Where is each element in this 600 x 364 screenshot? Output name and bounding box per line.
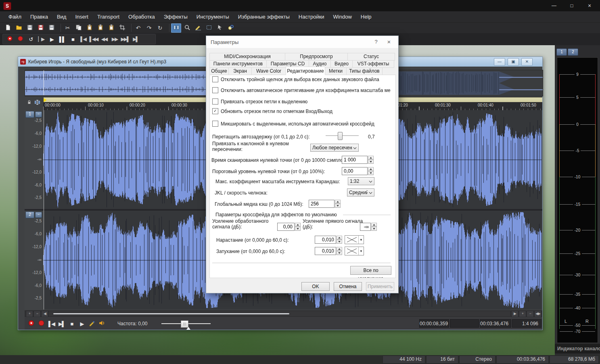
checkbox[interactable] — [212, 121, 218, 127]
cache-spinner[interactable] — [335, 200, 341, 208]
tab-экран[interactable]: Экран — [228, 67, 252, 75]
menu-help[interactable]: Help — [356, 12, 376, 21]
pencil-tool-button[interactable] — [193, 23, 203, 33]
save-button[interactable] — [25, 23, 35, 33]
pencil-combo[interactable]: 1:32 — [348, 177, 374, 185]
tab-статус[interactable]: Статус — [347, 53, 395, 61]
scrollbar-thumb[interactable] — [53, 313, 289, 314]
record-pause-button[interactable] — [4, 35, 15, 44]
scroll-button[interactable]: ◀▶ — [534, 311, 541, 317]
fade-out-spinner[interactable] — [337, 247, 342, 255]
rewind-button[interactable]: ◀◀ — [99, 35, 109, 44]
channel-2-minimize-button[interactable]: − — [35, 212, 42, 218]
record-button[interactable] — [36, 319, 46, 328]
new-file-button[interactable] — [3, 23, 13, 33]
go-to-start-button[interactable]: ▌◀ — [78, 35, 88, 44]
tab-предпросмотр[interactable]: Предпросмотр — [285, 53, 348, 61]
scroll-button[interactable]: + — [26, 311, 33, 317]
scrub-speaker-button[interactable] — [97, 319, 107, 328]
pause-button[interactable]: ▌▌ — [57, 35, 67, 44]
tab-панели-инструментов[interactable]: Панели инструментов — [209, 60, 267, 68]
autolatency-slider[interactable] — [326, 132, 359, 139]
doc-restore-button[interactable]: ▣ — [508, 58, 519, 66]
meter-tab-1[interactable]: 1 — [556, 48, 567, 56]
menu-избранные-эффекты[interactable]: Избранные эффекты — [234, 12, 294, 21]
wet-gain-spinner[interactable] — [295, 223, 301, 231]
fade-out-curve-button[interactable]: ▼ — [345, 247, 364, 255]
checkbox[interactable] — [212, 98, 218, 105]
lock-icon[interactable] — [27, 99, 32, 107]
tab-метки[interactable]: Метки — [325, 67, 347, 75]
selection-time-display[interactable] — [450, 319, 479, 328]
cancel-button[interactable]: Отмена — [334, 282, 362, 291]
tab-midi-синхронизация[interactable]: MIDI/Синхронизация — [209, 53, 285, 61]
go-to-start-button[interactable]: ▌◀ — [46, 319, 56, 328]
pencil-edit-button[interactable] — [87, 319, 97, 328]
cache-input[interactable] — [309, 200, 334, 208]
checkbox-row[interactable]: Отключить тройной щелчок для выбора всех… — [212, 76, 394, 82]
paste-button[interactable] — [84, 23, 94, 33]
checkbox-row[interactable]: Отключить автоматическое притягивание дл… — [212, 87, 394, 93]
fade-in-curve-button[interactable]: ▼ — [345, 235, 364, 244]
rate-slider[interactable] — [161, 320, 211, 328]
dry-gain-input[interactable] — [360, 223, 371, 231]
status-segment[interactable]: Стерео — [459, 356, 495, 364]
repeat-button[interactable]: ↻ — [155, 23, 165, 33]
go-to-end-button[interactable]: ▶▌ — [56, 319, 67, 328]
undo-button[interactable]: ↶ — [133, 23, 143, 33]
channel-2-badge[interactable]: 2 — [25, 211, 34, 218]
menu-правка[interactable]: Правка — [26, 12, 52, 21]
record-pause-button[interactable] — [26, 319, 36, 328]
stop-button[interactable]: ■ — [67, 319, 77, 328]
menu-инструменты[interactable]: Инструменты — [192, 12, 234, 21]
open-button[interactable] — [14, 23, 24, 33]
position-time-display[interactable]: 00:00:08,359 — [419, 319, 449, 328]
tab-видео[interactable]: Видео — [330, 60, 353, 68]
fade-in-spinner[interactable] — [337, 236, 342, 244]
tab-vst-эффекты[interactable]: VST-эффекты — [352, 60, 394, 68]
redo-button[interactable]: ↷ — [144, 23, 154, 33]
scroll-button[interactable]: ◀ — [41, 311, 48, 317]
paste-special-button[interactable] — [95, 23, 105, 33]
status-segment[interactable]: 44 100 Hz — [383, 356, 425, 364]
checkbox-row[interactable]: ✓Обновить отрезок петли по отметкам Вход… — [212, 108, 394, 114]
zoom-ratio-display[interactable]: 1:4 096 — [512, 319, 541, 328]
channel-converter-button[interactable] — [171, 23, 181, 33]
scroll-button[interactable]: − — [527, 311, 534, 317]
defaults-button[interactable]: Все по умолчанию — [350, 266, 391, 275]
channel-1-badge[interactable]: 1 — [25, 111, 34, 118]
menu-window[interactable]: Window — [329, 12, 356, 21]
length-time-display[interactable]: 00:03:36,476 — [480, 319, 511, 328]
copy-button[interactable] — [73, 23, 84, 33]
channel-1-minimize-button[interactable]: − — [35, 111, 42, 117]
jkl-combo[interactable]: Средний — [347, 188, 374, 197]
stop-button[interactable]: ■ — [67, 35, 78, 44]
rewind-all-button[interactable]: ▌◀◀ — [88, 35, 99, 44]
checkbox-row[interactable]: Привязать отрезок петли к выделению — [212, 98, 394, 105]
save-as-button[interactable] — [36, 23, 46, 33]
loop-playback-button[interactable]: ↺ — [25, 35, 36, 44]
tab-общие[interactable]: Общие — [209, 67, 229, 75]
app-minimize-button[interactable]: — — [545, 2, 563, 10]
status-segment[interactable]: 68 278,6 Мб — [550, 356, 599, 364]
cut-button[interactable]: ✂ — [63, 23, 73, 33]
record-button[interactable] — [15, 35, 25, 44]
menu-insert[interactable]: Insert — [71, 12, 93, 21]
dialog-title-bar[interactable]: Параметры ? × — [206, 36, 398, 48]
tab-wave-color[interactable]: Wave Color — [251, 67, 286, 75]
meter-tab-2[interactable]: 2 — [568, 48, 578, 56]
fade-out-input[interactable] — [315, 247, 336, 255]
dialog-help-button[interactable]: ? — [370, 38, 382, 46]
doc-close-button[interactable]: ✕ — [521, 58, 533, 66]
app-close-button[interactable]: × — [581, 2, 598, 10]
scan-input[interactable] — [342, 156, 368, 164]
loop-start-marker[interactable] — [44, 98, 47, 102]
threshold-input[interactable] — [342, 167, 368, 175]
app-maximize-button[interactable]: □ — [563, 2, 581, 10]
wet-gain-input[interactable] — [277, 223, 295, 231]
scan-spinner[interactable] — [368, 156, 374, 164]
play-button[interactable]: ▶ — [77, 319, 87, 328]
play-all-button[interactable]: ▏▶ — [36, 35, 46, 44]
edit-cursor-icon[interactable] — [34, 99, 40, 107]
tab-типы-файлов[interactable]: Типы файлов — [346, 67, 383, 75]
